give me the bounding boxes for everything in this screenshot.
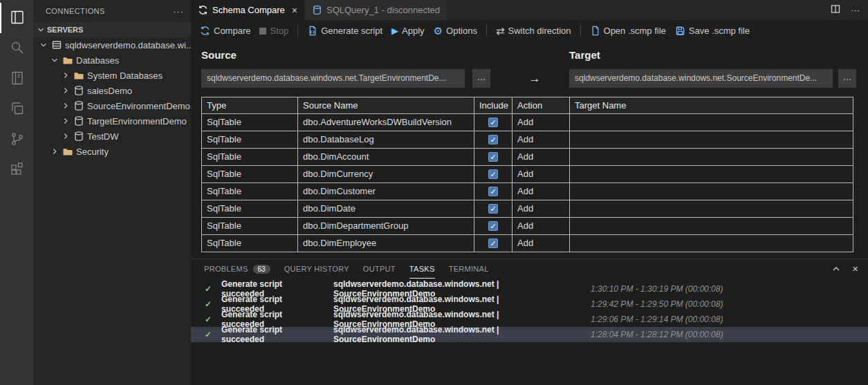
open-scmp-button[interactable]: Open .scmp file bbox=[590, 26, 666, 36]
toolbar-separator bbox=[580, 26, 581, 36]
tree-item-testdw[interactable]: TestDW bbox=[33, 129, 191, 144]
database-icon bbox=[73, 85, 84, 96]
tree-item-sourceenvironmentdemo[interactable]: SourceEnvironmentDemo bbox=[33, 98, 191, 113]
toolbar-separator bbox=[297, 26, 298, 36]
database-icon bbox=[73, 115, 84, 126]
servers-section-label: SERVERS bbox=[47, 26, 83, 34]
panel-tab-output[interactable]: OUTPUT bbox=[363, 259, 396, 279]
button-label: Compare bbox=[214, 26, 250, 36]
tree-item-server[interactable]: sqldwserverdemo.database.wi... bbox=[33, 37, 191, 53]
include-checkbox[interactable]: ✓ bbox=[488, 187, 498, 196]
stop-button[interactable]: Stop bbox=[259, 26, 288, 36]
servers-section-header[interactable]: SERVERS bbox=[33, 22, 191, 37]
cell-include: ✓ bbox=[474, 200, 513, 218]
panel-actions: × bbox=[831, 263, 868, 274]
generate-script-button[interactable]: Generate script bbox=[307, 26, 382, 36]
cell-target-name bbox=[570, 183, 853, 200]
connections-icon bbox=[9, 9, 26, 28]
column-header-action: Action bbox=[513, 97, 570, 114]
save-scmp-button[interactable]: Save .scmp file bbox=[675, 26, 750, 36]
include-checkbox[interactable]: ✓ bbox=[488, 152, 498, 162]
chevron-right-icon bbox=[50, 147, 59, 156]
source-endpoint-input[interactable]: sqldwserverdemo.database.windows.net.Tar… bbox=[201, 69, 465, 88]
tree-item-targetenvironmentdemo[interactable]: TargetEnvironmentDemo bbox=[33, 113, 191, 129]
panel-tab-label: TERMINAL bbox=[449, 265, 489, 273]
task-list: ✓ Generate script succeeded sqldwserverd… bbox=[191, 279, 868, 342]
panel-tab-label: OUTPUT bbox=[363, 265, 396, 273]
cell-action: Add bbox=[513, 218, 570, 235]
cell-source-name: dbo.DimAccount bbox=[298, 149, 474, 166]
include-checkbox[interactable]: ✓ bbox=[488, 118, 498, 127]
panel-tab-label: QUERY HISTORY bbox=[284, 265, 349, 273]
chevron-right-icon bbox=[61, 116, 71, 126]
activity-search-button[interactable] bbox=[0, 33, 33, 64]
script-file-icon bbox=[307, 26, 317, 36]
chevron-right-icon bbox=[61, 71, 71, 80]
source-heading: Source bbox=[201, 49, 237, 61]
task-detail: sqldwserverdemo.database.windows.net | S… bbox=[333, 325, 584, 344]
chevron-right-icon bbox=[61, 86, 71, 95]
panel-tab-problems[interactable]: PROBLEMS 63 bbox=[204, 259, 270, 279]
chevron-right-icon bbox=[61, 131, 71, 141]
database-file-icon bbox=[312, 5, 322, 15]
compare-button[interactable]: Compare bbox=[200, 26, 250, 36]
target-endpoint-input[interactable]: sqldwserverdemo.database.windows.net.Sou… bbox=[569, 69, 833, 88]
activity-source-control-button[interactable] bbox=[0, 124, 33, 155]
success-check-icon: ✓ bbox=[205, 299, 214, 309]
target-browse-button[interactable]: … bbox=[838, 69, 856, 88]
include-checkbox[interactable]: ✓ bbox=[488, 135, 498, 144]
button-label: Open .scmp file bbox=[604, 26, 666, 36]
more-actions-icon[interactable]: ··· bbox=[173, 6, 184, 17]
column-header-target-name: Target Name bbox=[570, 97, 853, 114]
include-checkbox[interactable]: ✓ bbox=[488, 204, 498, 214]
button-label: Generate script bbox=[321, 26, 382, 36]
include-checkbox[interactable]: ✓ bbox=[488, 169, 498, 179]
tree-item-security[interactable]: Security bbox=[33, 144, 191, 159]
activity-notebooks-button[interactable] bbox=[0, 64, 33, 94]
task-row-selected[interactable]: ✓ Generate script succeeded sqldwserverd… bbox=[191, 327, 868, 342]
database-icon bbox=[73, 131, 84, 142]
cell-action: Add bbox=[513, 131, 570, 149]
panel-tab-terminal[interactable]: TERMINAL bbox=[449, 259, 489, 279]
cell-target-name bbox=[570, 218, 853, 235]
sidebar-title: CONNECTIONS bbox=[46, 7, 105, 15]
button-label: Save .scmp file bbox=[689, 26, 750, 36]
activity-explorer-button[interactable] bbox=[0, 94, 33, 124]
activity-connections-button[interactable] bbox=[0, 3, 33, 33]
cell-source-name: dbo.DimEmployee bbox=[298, 235, 474, 252]
cell-action: Add bbox=[513, 114, 570, 131]
play-icon: ▶ bbox=[391, 26, 398, 35]
cell-target-name bbox=[570, 166, 853, 183]
bottom-panel: PROBLEMS 63 QUERY HISTORY OUTPUT TASKS T… bbox=[191, 259, 868, 385]
switch-direction-button[interactable]: ⇄ Switch direction bbox=[496, 26, 571, 36]
panel-tab-query-history[interactable]: QUERY HISTORY bbox=[284, 259, 349, 279]
tree-item-databases[interactable]: Databases bbox=[33, 53, 191, 68]
panel-tab-tasks[interactable]: TASKS bbox=[409, 259, 435, 279]
column-header-include: Include bbox=[474, 97, 513, 114]
options-button[interactable]: ⚙ Options bbox=[434, 26, 477, 36]
tab-sqlquery[interactable]: SQLQuery_1 - disconnected bbox=[305, 0, 447, 20]
tree-item-label: Security bbox=[76, 147, 109, 157]
tree-item-system-databases[interactable]: System Databases bbox=[33, 68, 191, 83]
close-icon[interactable]: × bbox=[292, 5, 297, 16]
cell-source-name: dbo.DimCurrency bbox=[298, 166, 474, 183]
include-checkbox[interactable]: ✓ bbox=[488, 221, 498, 231]
tab-schema-compare[interactable]: Schema Compare × bbox=[191, 0, 304, 20]
app-window: CONNECTIONS ··· SERVERS sqldwserverdemo.… bbox=[0, 0, 868, 385]
cell-action: Add bbox=[513, 183, 570, 200]
apply-button[interactable]: ▶ Apply bbox=[391, 26, 425, 36]
extensions-icon bbox=[9, 161, 26, 180]
source-browse-button[interactable]: … bbox=[472, 69, 490, 88]
activity-extensions-button[interactable] bbox=[0, 155, 33, 185]
tree-item-salesdemo[interactable]: salesDemo bbox=[33, 83, 191, 98]
task-status: Generate script succeeded bbox=[221, 325, 326, 344]
include-checkbox[interactable]: ✓ bbox=[488, 238, 498, 248]
cell-type: SqlTable bbox=[202, 183, 298, 200]
toolbar-separator bbox=[486, 26, 487, 36]
split-editor-icon[interactable] bbox=[830, 3, 841, 17]
chevron-up-icon[interactable] bbox=[831, 263, 842, 274]
cell-action: Add bbox=[513, 200, 570, 218]
activity-bar bbox=[0, 0, 33, 385]
close-panel-icon[interactable]: × bbox=[852, 263, 858, 274]
more-actions-icon[interactable]: ··· bbox=[851, 5, 860, 15]
